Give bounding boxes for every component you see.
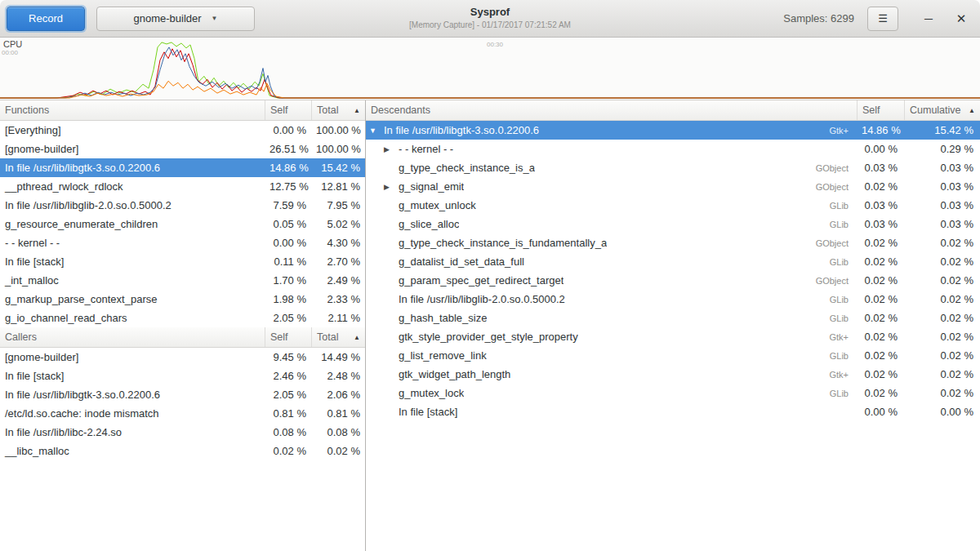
minimize-button[interactable]: ─: [918, 8, 939, 29]
function-name: [Everything]: [0, 124, 265, 136]
samples-count: Samples: 6299: [783, 12, 854, 24]
table-row[interactable]: _int_malloc1.70 %2.49 %: [0, 271, 365, 290]
window-title: Sysprof: [245, 6, 735, 18]
self-value: 0.03 %: [857, 199, 904, 211]
table-row[interactable]: In file [stack]2.46 %2.48 %: [0, 367, 365, 385]
self-value: 0.81 %: [265, 407, 311, 420]
function-name: In file /usr/lib/libglib-2.0.so.0.5000.2: [0, 199, 265, 211]
functions-column-header[interactable]: Functions: [0, 100, 265, 120]
table-row[interactable]: __libc_malloc0.02 %0.02 %: [0, 442, 365, 460]
table-row[interactable]: ▼In file /usr/lib/libgtk-3.so.0.2200.6Gt…: [366, 121, 980, 140]
descendant-name-cell: ▶g_signal_emitGObject: [369, 180, 857, 193]
library-tag: GObject: [809, 163, 857, 173]
total-value: 14.49 %: [311, 351, 365, 363]
table-row[interactable]: In file /usr/lib/libglib-2.0.so.0.5000.2…: [0, 196, 365, 215]
library-tag: GObject: [809, 276, 857, 286]
table-row[interactable]: [gnome-builder]9.45 %14.49 %: [0, 348, 365, 367]
self-value: 2.05 %: [265, 389, 311, 401]
table-row[interactable]: g_hash_table_sizeGLib0.02 %0.02 %: [366, 309, 980, 327]
total-value: 2.11 %: [311, 312, 365, 324]
functions-total-column-header[interactable]: Total▲: [311, 100, 365, 120]
table-row[interactable]: ▶- - kernel - -0.00 %0.29 %: [366, 140, 980, 158]
total-value: 2.06 %: [311, 389, 365, 401]
sort-indicator-icon: ▲: [349, 334, 360, 341]
descendants-column-header[interactable]: Descendants: [366, 100, 857, 120]
descendants-cumulative-column-header[interactable]: Cumulative▲: [904, 100, 980, 120]
cumulative-value: 0.02 %: [904, 387, 980, 399]
table-row[interactable]: In file /usr/lib/libc-2.24.so0.08 %0.08 …: [0, 423, 365, 442]
self-value: 0.02 %: [857, 274, 904, 287]
library-tag: Gtk+: [822, 126, 857, 136]
self-value: 1.98 %: [265, 293, 311, 305]
table-row[interactable]: - - kernel - -0.00 %4.30 %: [0, 233, 365, 252]
table-row[interactable]: g_datalist_id_set_data_fullGLib0.02 %0.0…: [366, 252, 980, 271]
table-row[interactable]: In file [stack]0.11 %2.70 %: [0, 252, 365, 271]
total-value: 7.95 %: [311, 199, 365, 211]
close-button[interactable]: ✕: [951, 8, 972, 29]
table-row[interactable]: In file /usr/lib/libglib-2.0.so.0.5000.2…: [366, 290, 980, 309]
self-value: 0.03 %: [857, 218, 904, 230]
table-row[interactable]: __pthread_rwlock_rdlock12.75 %12.81 %: [0, 177, 365, 196]
callers-total-column-header[interactable]: Total▲: [311, 327, 365, 347]
table-row[interactable]: In file [stack]0.00 %0.00 %: [366, 402, 980, 421]
library-tag: Gtk+: [822, 370, 857, 380]
table-row[interactable]: g_mutex_unlockGLib0.03 %0.03 %: [366, 196, 980, 215]
target-dropdown[interactable]: gnome-builder ▼: [96, 7, 255, 31]
self-value: 7.59 %: [265, 199, 311, 211]
total-value: 2.48 %: [311, 370, 365, 382]
functions-self-column-header[interactable]: Self: [265, 100, 311, 120]
table-row[interactable]: g_io_channel_read_chars2.05 %2.11 %: [0, 309, 365, 327]
cpu-timeline[interactable]: CPU 00:00 00:30: [0, 38, 980, 100]
cumulative-value: 0.02 %: [904, 331, 980, 343]
total-value: 2.33 %: [311, 293, 365, 305]
self-value: 2.46 %: [265, 370, 311, 382]
self-value: 0.05 %: [265, 218, 311, 230]
timeline-tick-mid: 00:30: [487, 41, 503, 48]
function-name: g_markup_parse_context_parse: [0, 293, 265, 305]
table-row[interactable]: g_resource_enumerate_children0.05 %5.02 …: [0, 215, 365, 233]
descendants-self-column-header[interactable]: Self: [857, 100, 904, 120]
descendant-name: g_type_check_instance_is_a: [399, 162, 535, 174]
function-name: /etc/ld.so.cache: inode mismatch: [0, 407, 265, 420]
table-row[interactable]: g_slice_allocGLib0.03 %0.03 %: [366, 215, 980, 233]
expander-closed-icon[interactable]: ▶: [384, 183, 399, 191]
table-row[interactable]: g_param_spec_get_redirect_targetGObject0…: [366, 271, 980, 290]
table-row[interactable]: g_type_check_instance_is_aGObject0.03 %0…: [366, 158, 980, 177]
table-row[interactable]: In file /usr/lib/libgtk-3.so.0.2200.62.0…: [0, 385, 365, 404]
table-row[interactable]: In file /usr/lib/libgtk-3.so.0.2200.614.…: [0, 158, 365, 177]
table-row[interactable]: g_type_check_instance_is_fundamentally_a…: [366, 233, 980, 252]
descendant-name: g_type_check_instance_is_fundamentally_a: [399, 237, 607, 249]
callers-column-header[interactable]: Callers: [0, 327, 265, 347]
expander-open-icon[interactable]: ▼: [369, 127, 384, 135]
descendants-column-label: Descendants: [371, 104, 430, 116]
expander-closed-icon[interactable]: ▶: [384, 145, 399, 153]
table-row[interactable]: g_mutex_lockGLib0.02 %0.02 %: [366, 384, 980, 402]
record-button[interactable]: Record: [7, 7, 85, 31]
library-tag: GLib: [823, 257, 857, 267]
self-value: 0.00 %: [265, 124, 311, 136]
function-name: In file /usr/lib/libc-2.24.so: [0, 426, 265, 438]
menu-button[interactable]: ☰: [867, 7, 898, 31]
total-value: 2.70 %: [311, 256, 365, 268]
table-row[interactable]: g_list_remove_linkGLib0.02 %0.02 %: [366, 346, 980, 365]
table-row[interactable]: [Everything]0.00 %100.00 %: [0, 121, 365, 140]
cpu-orange-line: [0, 81, 980, 98]
table-row[interactable]: /etc/ld.so.cache: inode mismatch0.81 %0.…: [0, 404, 365, 423]
left-panel: Functions Self Total▲ [Everything]0.00 %…: [0, 100, 366, 551]
table-row[interactable]: ▶g_signal_emitGObject0.02 %0.03 %: [366, 177, 980, 196]
table-row[interactable]: [gnome-builder]26.51 %100.00 %: [0, 140, 365, 158]
callers-self-column-header[interactable]: Self: [265, 327, 311, 347]
target-dropdown-label: gnome-builder: [133, 12, 201, 24]
descendant-name-cell: g_hash_table_sizeGLib: [369, 312, 857, 324]
self-value: 0.02 %: [857, 349, 904, 362]
function-name: In file [stack]: [0, 370, 265, 382]
function-name: In file /usr/lib/libgtk-3.so.0.2200.6: [0, 389, 265, 401]
table-row[interactable]: gtk_widget_path_lengthGtk+0.02 %0.02 %: [366, 365, 980, 384]
descendant-name: gtk_style_provider_get_style_property: [399, 331, 578, 343]
table-row[interactable]: g_markup_parse_context_parse1.98 %2.33 %: [0, 290, 365, 309]
descendant-name-cell: g_slice_allocGLib: [369, 218, 857, 230]
functions-rows: [Everything]0.00 %100.00 %[gnome-builder…: [0, 121, 365, 327]
table-row[interactable]: gtk_style_provider_get_style_propertyGtk…: [366, 327, 980, 346]
library-tag: GObject: [809, 238, 857, 248]
callers-column-label: Callers: [5, 331, 37, 343]
